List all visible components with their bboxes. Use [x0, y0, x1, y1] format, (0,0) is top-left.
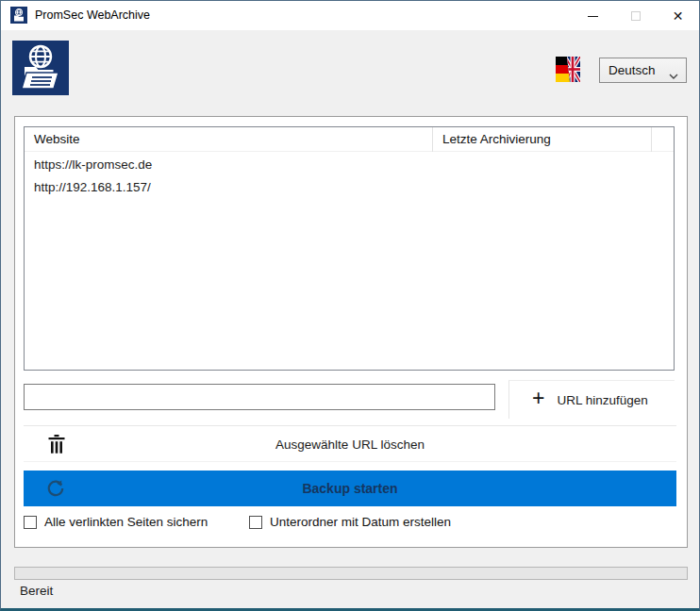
url-row[interactable]: https://lk-promsec.de — [25, 154, 674, 176]
main-panel: Website Letzte Archivierung https://lk-p… — [14, 116, 688, 548]
url-listview[interactable]: Website Letzte Archivierung https://lk-p… — [24, 126, 675, 371]
maximize-icon — [631, 11, 641, 21]
listview-header: Website Letzte Archivierung — [25, 127, 674, 152]
add-url-label: URL hinzufügen — [557, 393, 647, 407]
maximize-button — [614, 1, 657, 30]
checkbox-backup-linked-pages[interactable]: Alle verlinkten Seiten sichern — [24, 515, 208, 529]
start-backup-button[interactable]: Backup starten — [24, 471, 676, 506]
checkbox-icon — [249, 516, 262, 529]
checkbox-label: Unterordner mit Datum erstellen — [270, 515, 451, 529]
checkbox-label: Alle verlinkten Seiten sichern — [44, 515, 208, 529]
progress-bar — [14, 567, 688, 580]
app-window: PromSec WebArchive ✕ — [0, 0, 700, 611]
add-url-button[interactable]: + URL hinzufügen — [508, 380, 675, 419]
app-logo — [12, 41, 69, 95]
language-select[interactable]: Deutsch — [599, 58, 687, 83]
title-bar: PromSec WebArchive ✕ — [1, 1, 699, 30]
close-button[interactable]: ✕ — [657, 1, 699, 30]
minimize-button[interactable] — [572, 1, 614, 30]
status-text: Bereit — [20, 584, 53, 598]
checkbox-icon — [24, 516, 37, 529]
close-icon: ✕ — [673, 9, 684, 23]
delete-url-button[interactable]: Ausgewählte URL löschen — [24, 425, 676, 462]
plus-icon: + — [532, 388, 544, 409]
column-header-website[interactable]: Website — [25, 127, 433, 152]
window-title: PromSec WebArchive — [35, 1, 150, 30]
chevron-down-icon — [669, 68, 678, 82]
language-selected-value: Deutsch — [608, 63, 656, 77]
start-backup-label: Backup starten — [24, 471, 676, 506]
app-icon — [10, 7, 27, 24]
delete-url-label: Ausgewählte URL löschen — [24, 426, 676, 463]
url-row[interactable]: http://192.168.1.157/ — [25, 176, 674, 199]
minimize-icon — [588, 16, 598, 17]
checkbox-subfolder-with-date[interactable]: Unterordner mit Datum erstellen — [249, 515, 451, 529]
column-header-last-archived[interactable]: Letzte Archivierung — [433, 127, 652, 152]
language-flag-icon[interactable] — [556, 57, 580, 82]
url-input[interactable] — [24, 384, 495, 410]
